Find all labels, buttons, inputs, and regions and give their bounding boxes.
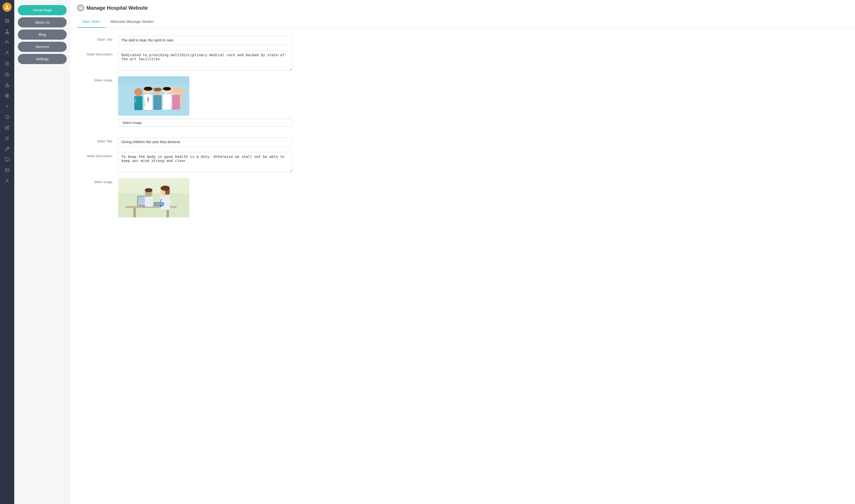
svg-point-22 <box>6 83 8 85</box>
content-scroll: Slider Title Slider Description Dedicate… <box>70 28 855 504</box>
alert-icon[interactable] <box>2 112 12 122</box>
slider1-desc-textarea[interactable]: Dedicated to providing multidisciplinary… <box>118 50 292 71</box>
slider1-image-label: Slider Image <box>77 76 118 82</box>
slider2-title-input[interactable] <box>118 137 292 146</box>
svg-point-62 <box>163 87 171 91</box>
user2-icon[interactable] <box>2 177 12 186</box>
svg-rect-5 <box>6 30 8 31</box>
avatar[interactable] <box>2 2 12 12</box>
slider2-image-group: Slider Image <box>77 178 292 217</box>
svg-rect-2 <box>7 19 9 20</box>
svg-rect-34 <box>5 158 9 161</box>
slider2-desc-label: Slider Description <box>77 152 118 158</box>
nav-home-page[interactable]: Home Page <box>18 5 67 15</box>
svg-rect-78 <box>165 188 170 195</box>
svg-rect-4 <box>7 21 9 23</box>
form-area: Slider Title Slider Description Dedicate… <box>70 28 299 231</box>
page-title: Manage Hospital Website <box>87 5 148 11</box>
svg-rect-67 <box>133 208 136 217</box>
slider1-desc-label: Slider Description <box>77 50 118 56</box>
slider1-image-preview <box>118 76 189 116</box>
tabs-bar: Main Slider Welcome Message Section <box>70 16 855 28</box>
plus-icon[interactable] <box>2 102 12 111</box>
slider1-select-image-btn[interactable]: Select Image <box>118 119 292 127</box>
slider1-title-input[interactable] <box>118 36 292 45</box>
content-area: Manage Hospital Website Main Slider Welc… <box>70 0 855 504</box>
svg-rect-54 <box>154 95 161 110</box>
nav-settings[interactable]: Settings <box>18 54 67 64</box>
svg-point-59 <box>144 105 145 106</box>
nav-about-us[interactable]: About Us <box>18 17 67 28</box>
slider2-title-group: Slider Title <box>77 137 292 146</box>
mail-icon[interactable] <box>2 166 12 175</box>
svg-rect-73 <box>145 197 153 207</box>
profile-icon[interactable] <box>2 80 12 90</box>
svg-point-0 <box>6 5 8 7</box>
svg-point-61 <box>144 87 153 91</box>
svg-rect-80 <box>154 202 164 206</box>
svg-rect-56 <box>163 94 171 110</box>
slider1-title-label: Slider Title <box>77 36 118 41</box>
dashboard-icon[interactable] <box>2 16 12 25</box>
svg-rect-49 <box>134 96 142 110</box>
list-icon[interactable] <box>2 134 12 143</box>
slider1-desc-group: Slider Description Dedicated to providin… <box>77 50 292 71</box>
slider1-image-container: Select Image <box>118 76 292 127</box>
svg-rect-23 <box>5 86 9 87</box>
svg-point-38 <box>6 180 8 181</box>
svg-point-63 <box>154 88 161 91</box>
person-icon[interactable] <box>2 48 12 57</box>
svg-point-57 <box>172 87 180 95</box>
select-image-label: Select Image <box>122 121 142 125</box>
slider1-image-group: Slider Image <box>77 76 292 127</box>
svg-point-48 <box>134 88 142 96</box>
svg-rect-1 <box>5 19 6 20</box>
svg-point-15 <box>6 51 8 53</box>
plus-circle-icon[interactable] <box>2 59 12 68</box>
slider2-image-container <box>118 178 292 217</box>
svg-rect-7 <box>6 33 8 34</box>
svg-rect-3 <box>5 21 6 23</box>
svg-point-12 <box>6 41 7 42</box>
slider2-desc-textarea[interactable]: To keep the body in good health is a dut… <box>118 152 292 173</box>
nav-blog[interactable]: Blog <box>18 30 67 40</box>
tab-main-slider[interactable]: Main Slider <box>77 16 105 28</box>
manage-icon <box>77 4 84 11</box>
slider2-desc-group: Slider Description To keep the body in g… <box>77 152 292 173</box>
user-add-icon[interactable] <box>2 38 12 47</box>
nav-sidebar: Home Page About Us Blog Services Setting… <box>14 0 70 504</box>
svg-point-74 <box>145 188 153 192</box>
slider1-title-group: Slider Title <box>77 36 292 45</box>
nav-services[interactable]: Services <box>18 42 67 52</box>
tab-welcome-message[interactable]: Welcome Message Section <box>105 16 159 28</box>
slider2-image-preview <box>118 178 189 217</box>
svg-point-60 <box>162 104 163 106</box>
wrench-icon[interactable] <box>2 144 12 154</box>
svg-rect-58 <box>172 95 180 110</box>
slider2-image-label: Slider Image <box>77 178 118 184</box>
hierarchy-icon[interactable] <box>2 27 12 36</box>
monitor-icon[interactable] <box>2 155 12 164</box>
page-header: Manage Hospital Website <box>70 0 855 16</box>
dollar-icon[interactable] <box>2 91 12 100</box>
edit-icon[interactable] <box>2 123 12 132</box>
section-divider <box>77 132 292 137</box>
icon-sidebar <box>0 0 14 504</box>
box-icon[interactable] <box>2 70 12 79</box>
slider2-title-label: Slider Title <box>77 137 118 143</box>
